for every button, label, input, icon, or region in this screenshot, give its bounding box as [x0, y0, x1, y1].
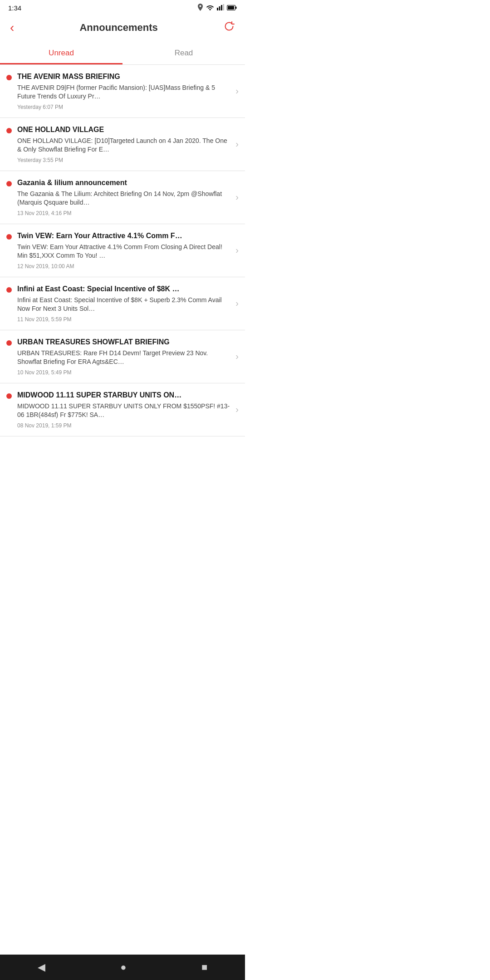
item-preview: Infini at East Coast: Special Incentive …: [17, 296, 232, 314]
item-preview: URBAN TREASURES: Rare FH D14 Devm! Targe…: [17, 349, 232, 367]
item-title: Infini at East Coast: Special Incentive …: [17, 284, 232, 294]
item-title: URBAN TREASURES SHOWFLAT BRIEFING: [17, 338, 232, 347]
unread-dot: [6, 75, 12, 80]
status-time: 1:34: [8, 4, 21, 12]
list-item[interactable]: Infini at East Coast: Special Incentive …: [0, 277, 245, 330]
chevron-right-icon: ›: [235, 404, 239, 415]
status-bar: 1:34: [0, 0, 245, 15]
item-timestamp: 11 Nov 2019, 5:59 PM: [17, 316, 232, 323]
tab-read[interactable]: Read: [122, 42, 245, 64]
svg-rect-2: [221, 5, 222, 10]
item-title: ONE HOLLAND VILLAGE: [17, 125, 232, 135]
wifi-icon: [206, 4, 214, 12]
battery-icon: [227, 5, 237, 12]
back-button[interactable]: ‹: [8, 20, 16, 36]
header: ‹ Announcements: [0, 15, 245, 42]
item-content: Infini at East Coast: Special Incentive …: [17, 284, 232, 323]
item-title: THE AVENIR MASS BRIEFING: [17, 72, 232, 82]
item-preview: ONE HOLLAND VILLAGE: [D10]Targeted Launc…: [17, 137, 232, 154]
tabs-container: Unread Read: [0, 42, 245, 65]
unread-dot: [6, 287, 12, 293]
item-title: Twin VEW: Earn Your Attractive 4.1% Comm…: [17, 231, 232, 241]
refresh-button[interactable]: [221, 19, 237, 37]
item-title: Gazania & lilium announcement: [17, 178, 232, 188]
item-preview: THE AVENIR D9|FH (former Pacific Mansion…: [17, 83, 232, 101]
item-timestamp: 12 Nov 2019, 10:00 AM: [17, 263, 232, 270]
tab-unread[interactable]: Unread: [0, 42, 122, 64]
svg-rect-6: [235, 6, 237, 9]
chevron-right-icon: ›: [235, 139, 239, 149]
list-item[interactable]: Gazania & lilium announcement The Gazani…: [0, 171, 245, 224]
unread-dot: [6, 234, 12, 240]
location-icon: [197, 4, 203, 12]
status-icons: [197, 4, 237, 12]
unread-dot: [6, 393, 12, 399]
signal-icon: [217, 4, 224, 12]
svg-rect-1: [219, 6, 220, 10]
unread-dot: [6, 340, 12, 346]
chevron-right-icon: ›: [235, 298, 239, 309]
item-timestamp: 08 Nov 2019, 1:59 PM: [17, 422, 232, 429]
svg-rect-5: [228, 6, 234, 10]
list-item[interactable]: Twin VEW: Earn Your Attractive 4.1% Comm…: [0, 224, 245, 277]
chevron-right-icon: ›: [235, 86, 239, 96]
item-title: MIDWOOD 11.11 SUPER STARBUY UNITS ON…: [17, 391, 232, 400]
list-item[interactable]: ONE HOLLAND VILLAGE ONE HOLLAND VILLAGE:…: [0, 118, 245, 171]
item-preview: Twin VEW: Earn Your Attractive 4.1% Comm…: [17, 243, 232, 260]
page-title: Announcements: [16, 22, 221, 34]
chevron-right-icon: ›: [235, 192, 239, 202]
list-item[interactable]: URBAN TREASURES SHOWFLAT BRIEFING URBAN …: [0, 330, 245, 383]
item-content: ONE HOLLAND VILLAGE ONE HOLLAND VILLAGE:…: [17, 125, 232, 163]
item-content: Gazania & lilium announcement The Gazani…: [17, 178, 232, 216]
item-timestamp: Yesterday 3:55 PM: [17, 157, 232, 163]
item-content: MIDWOOD 11.11 SUPER STARBUY UNITS ON… MI…: [17, 391, 232, 429]
item-timestamp: 10 Nov 2019, 5:49 PM: [17, 369, 232, 376]
list-item[interactable]: MIDWOOD 11.11 SUPER STARBUY UNITS ON… MI…: [0, 383, 245, 436]
item-timestamp: Yesterday 6:07 PM: [17, 104, 232, 110]
svg-rect-3: [223, 4, 225, 10]
item-content: Twin VEW: Earn Your Attractive 4.1% Comm…: [17, 231, 232, 270]
announcements-list: THE AVENIR MASS BRIEFING THE AVENIR D9|F…: [0, 65, 245, 436]
item-preview: The Gazania & The Lilium: Architect Brie…: [17, 190, 232, 207]
unread-dot: [6, 128, 12, 133]
chevron-right-icon: ›: [235, 351, 239, 362]
chevron-right-icon: ›: [235, 245, 239, 255]
item-content: THE AVENIR MASS BRIEFING THE AVENIR D9|F…: [17, 72, 232, 110]
unread-dot: [6, 181, 12, 186]
item-preview: MIDWOOD 11.11 SUPER STARBUY UNITS ONLY F…: [17, 402, 232, 420]
svg-rect-0: [217, 8, 218, 10]
list-item[interactable]: THE AVENIR MASS BRIEFING THE AVENIR D9|F…: [0, 65, 245, 118]
item-timestamp: 13 Nov 2019, 4:16 PM: [17, 210, 232, 216]
item-content: URBAN TREASURES SHOWFLAT BRIEFING URBAN …: [17, 338, 232, 376]
